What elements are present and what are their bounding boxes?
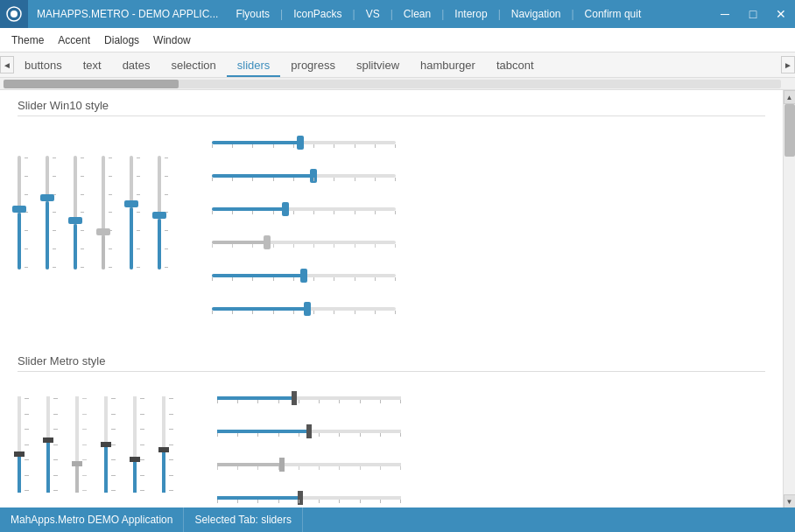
nav-interop[interactable]: Interop xyxy=(446,0,496,28)
metro-v-slider-1[interactable] xyxy=(18,396,29,508)
h-slider-win10-4[interactable] xyxy=(212,232,396,253)
h-slider-metro-4[interactable] xyxy=(217,487,401,508)
tab-hamburger[interactable]: hamburger xyxy=(410,55,486,77)
metro-horizontal-sliders xyxy=(191,388,401,508)
v-thumb-2[interactable] xyxy=(40,194,54,201)
h-slider-win10-6[interactable] xyxy=(212,298,396,319)
v-fill-3 xyxy=(74,224,77,270)
vscroll-thumb[interactable] xyxy=(784,104,795,157)
nav-sep2: | xyxy=(351,0,357,28)
vscroll-track xyxy=(784,104,796,494)
metro-v-slider-6[interactable] xyxy=(162,396,173,508)
status-selected-tab: Selected Tab: sliders xyxy=(184,508,303,532)
hscroll-track[interactable] xyxy=(4,80,781,88)
h-slider-win10-2[interactable] xyxy=(212,165,396,186)
maximize-button[interactable]: □ xyxy=(739,0,767,28)
tab-text[interactable]: text xyxy=(73,55,112,77)
v-track-2 xyxy=(46,156,49,270)
tab-tabcont[interactable]: tabcont xyxy=(486,55,545,77)
scroll-up-button[interactable]: ▲ xyxy=(784,90,796,104)
menu-window[interactable]: Window xyxy=(146,31,198,50)
svg-point-1 xyxy=(11,10,18,18)
metro-v-slider-5[interactable] xyxy=(133,396,144,508)
v-fill-5 xyxy=(130,207,133,270)
tab-progress[interactable]: progress xyxy=(280,55,346,77)
nav-sep6: | xyxy=(569,0,575,28)
h-slider-win10-3[interactable] xyxy=(212,199,396,220)
tab-scroll-right[interactable]: ► xyxy=(781,56,795,74)
v-thumb-4[interactable] xyxy=(96,228,110,235)
app-icon xyxy=(0,0,28,28)
v-track-4 xyxy=(102,156,105,270)
v-slider-1[interactable] xyxy=(18,156,28,296)
tab-dates[interactable]: dates xyxy=(112,55,161,77)
v-slider-2[interactable] xyxy=(46,156,56,296)
v-track-1 xyxy=(18,156,21,270)
win10-sliders-container xyxy=(18,123,765,337)
title-bar: MAHAPPS.METRO - DEMO APPLIC... Flyouts |… xyxy=(0,0,795,28)
v-thumb-5[interactable] xyxy=(124,200,138,207)
metro-sliders-container xyxy=(18,379,765,508)
tab-strip: buttons text dates selection sliders pro… xyxy=(0,52,795,77)
v-track-6 xyxy=(158,156,161,270)
tab-sliders[interactable]: sliders xyxy=(227,55,281,77)
nav-vs[interactable]: VS xyxy=(357,0,389,28)
h-slider-metro-3[interactable] xyxy=(217,454,401,475)
tab-selection[interactable]: selection xyxy=(160,55,226,77)
v-slider-6[interactable] xyxy=(158,156,168,296)
v-track-3 xyxy=(74,156,77,270)
nav-clean[interactable]: Clean xyxy=(395,0,440,28)
win10-section-title: Slider Win10 style xyxy=(18,99,765,116)
minimize-button[interactable]: ─ xyxy=(711,0,739,28)
win10-horizontal-sliders xyxy=(186,132,396,319)
v-slider-5[interactable] xyxy=(130,156,140,296)
v-thumb-3[interactable] xyxy=(68,217,82,224)
right-scrollbar: ▲ ▼ xyxy=(783,90,795,508)
metro-v-slider-3[interactable] xyxy=(75,396,87,508)
tab-scroll-left[interactable]: ◄ xyxy=(0,56,14,74)
close-button[interactable]: ✕ xyxy=(767,0,795,28)
window-title: MAHAPPS.METRO - DEMO APPLIC... xyxy=(28,8,227,20)
scroll-down-button[interactable]: ▼ xyxy=(784,494,796,508)
h-slider-metro-2[interactable] xyxy=(217,421,401,442)
tab-buttons[interactable]: buttons xyxy=(14,55,73,77)
status-app-name: MahApps.Metro DEMO Application xyxy=(0,508,184,532)
hscroll-thumb[interactable] xyxy=(4,80,179,88)
menu-dialogs[interactable]: Dialogs xyxy=(97,31,146,50)
status-bar: MahApps.Metro DEMO Application Selected … xyxy=(0,508,795,532)
metro-vertical-sliders xyxy=(18,388,173,508)
nav-navigation[interactable]: Navigation xyxy=(503,0,570,28)
nav-sep3: | xyxy=(389,0,395,28)
h-slider-metro-1[interactable] xyxy=(217,388,401,409)
title-nav: Flyouts | IconPacks | VS | Clean | Inter… xyxy=(227,0,711,28)
win10-section: Slider Win10 style xyxy=(18,99,765,337)
menu-accent[interactable]: Accent xyxy=(51,31,97,50)
v-slider-4[interactable] xyxy=(102,156,112,296)
nav-sep5: | xyxy=(496,0,503,28)
main-content: Slider Win10 style xyxy=(0,90,783,508)
metro-v-slider-2[interactable] xyxy=(46,396,58,508)
v-fill-6 xyxy=(158,219,161,270)
nav-confirm-quit[interactable]: Confirm quit xyxy=(576,0,651,28)
menu-theme[interactable]: Theme xyxy=(4,31,51,50)
v-fill-2 xyxy=(46,201,49,270)
nav-flyouts[interactable]: Flyouts xyxy=(227,0,278,28)
metro-v-slider-4[interactable] xyxy=(104,396,116,508)
v-thumb-6[interactable] xyxy=(152,212,166,219)
win10-vertical-sliders xyxy=(18,132,168,319)
v-fill-1 xyxy=(18,213,21,270)
window-controls: ─ □ ✕ xyxy=(711,0,795,28)
menu-bar: Theme Accent Dialogs Window xyxy=(0,28,795,52)
v-thumb-1[interactable] xyxy=(12,206,26,213)
metro-section-title: Slider Metro style xyxy=(18,354,765,372)
nav-sep1: | xyxy=(278,0,285,28)
nav-sep4: | xyxy=(440,0,446,28)
horizontal-scrollbar[interactable] xyxy=(0,78,795,90)
v-slider-3[interactable] xyxy=(74,156,84,296)
nav-iconpacks[interactable]: IconPacks xyxy=(285,0,350,28)
h-slider-win10-1[interactable] xyxy=(212,132,396,153)
metro-section: Slider Metro style xyxy=(18,354,765,508)
tab-splitview[interactable]: splitview xyxy=(346,55,410,77)
v-fill-4 xyxy=(102,235,105,270)
h-slider-win10-5[interactable] xyxy=(212,265,396,286)
